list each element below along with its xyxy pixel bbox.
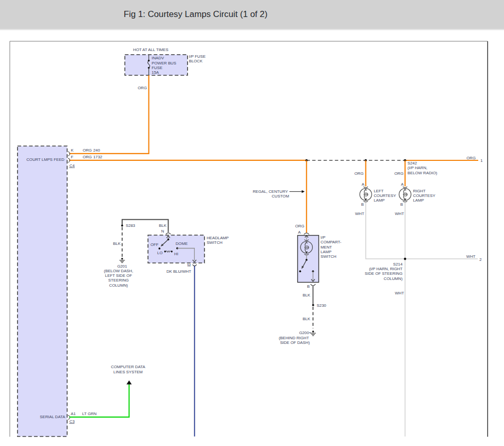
svg-text:(BELOW DASH,: (BELOW DASH,: [104, 269, 133, 273]
svg-text:SIDE OF STEERING: SIDE OF STEERING: [365, 271, 402, 276]
svg-text:S230: S230: [317, 303, 327, 308]
svg-text:SWITCH: SWITCH: [207, 240, 223, 245]
svg-text:COURT LMPS FEED: COURT LMPS FEED: [26, 157, 64, 162]
svg-text:N: N: [161, 229, 164, 234]
svg-text:ORG: ORG: [355, 171, 364, 176]
svg-text:STEERING: STEERING: [108, 278, 129, 283]
svg-text:LAMP: LAMP: [321, 250, 331, 254]
svg-text:HOT AT ALL TIMES: HOT AT ALL TIMES: [133, 47, 168, 52]
svg-text:SERIAL DATA: SERIAL DATA: [40, 415, 65, 419]
svg-text:COMPUTER DATA: COMPUTER DATA: [111, 365, 145, 369]
svg-text:RIGHT: RIGHT: [413, 189, 426, 193]
svg-text:OFF: OFF: [150, 242, 159, 247]
svg-text:K: K: [71, 148, 74, 153]
svg-text:15A: 15A: [152, 70, 159, 75]
svg-text:B: B: [361, 202, 364, 207]
svg-text:BLK: BLK: [303, 317, 311, 321]
svg-text:G200: G200: [299, 331, 309, 335]
svg-text:COLUMN): COLUMN): [109, 283, 128, 288]
svg-text:REGAL, CENTURY: REGAL, CENTURY: [253, 189, 288, 194]
svg-text:ORG: ORG: [295, 224, 305, 228]
svg-text:COMPART-: COMPART-: [321, 240, 342, 244]
svg-text:A: A: [362, 182, 365, 187]
svg-text:A: A: [298, 230, 301, 235]
svg-text:CUSTOM: CUSTOM: [272, 194, 289, 199]
svg-text:COURTESY: COURTESY: [413, 193, 436, 198]
svg-text:S283: S283: [126, 223, 135, 228]
svg-text:SWITCH: SWITCH: [321, 254, 337, 259]
svg-text:S242: S242: [408, 161, 417, 166]
svg-text:1732: 1732: [93, 155, 102, 159]
svg-text:WHT: WHT: [355, 211, 364, 216]
svg-text:F: F: [71, 155, 74, 159]
svg-text:BLK: BLK: [113, 241, 121, 246]
svg-text:(I/P HARN,: (I/P HARN,: [408, 166, 427, 170]
svg-text:COURTESY: COURTESY: [374, 193, 396, 198]
svg-text:WHT: WHT: [395, 211, 404, 216]
svg-text:240: 240: [93, 148, 100, 153]
svg-text:LEFT: LEFT: [374, 189, 383, 193]
svg-text:ORG: ORG: [82, 155, 92, 159]
svg-text:LO: LO: [157, 251, 162, 255]
svg-text:2: 2: [479, 257, 481, 262]
svg-text:LAMP: LAMP: [374, 198, 384, 203]
svg-text:HEADLAMP: HEADLAMP: [207, 236, 229, 240]
svg-text:BLOCK: BLOCK: [189, 59, 203, 63]
svg-text:DOME: DOME: [176, 241, 188, 246]
svg-text:ORG: ORG: [466, 156, 476, 160]
svg-text:WHT: WHT: [395, 291, 404, 295]
svg-text:LAMP: LAMP: [413, 198, 424, 203]
svg-text:A: A: [401, 182, 404, 187]
svg-text:WHT: WHT: [466, 254, 476, 259]
svg-text:POWER BUS: POWER BUS: [152, 61, 176, 65]
svg-text:(I/P HARN, RIGHT: (I/P HARN, RIGHT: [369, 267, 402, 271]
svg-text:B: B: [307, 284, 310, 289]
svg-text:I/P: I/P: [321, 235, 326, 240]
svg-text:SIDE OF DASH): SIDE OF DASH): [280, 340, 310, 345]
svg-text:BLK: BLK: [159, 223, 167, 228]
svg-text:S214: S214: [393, 262, 403, 267]
svg-text:(BEHIND RIGHT: (BEHIND RIGHT: [279, 336, 309, 340]
svg-text:I/P FUSE: I/P FUSE: [189, 54, 206, 59]
svg-text:LINES SYSTEM: LINES SYSTEM: [113, 370, 143, 374]
svg-text:COLUMN): COLUMN): [384, 276, 403, 281]
svg-text:1: 1: [480, 158, 482, 163]
svg-text:BLK: BLK: [303, 293, 311, 298]
svg-text:ORG: ORG: [394, 171, 404, 176]
svg-text:ORG: ORG: [138, 86, 147, 90]
svg-text:LT GRN: LT GRN: [82, 411, 97, 416]
svg-text:MENT: MENT: [321, 245, 332, 250]
svg-text:DK BLU/WHT: DK BLU/WHT: [166, 269, 191, 274]
svg-text:Fig 1: Courtesy Lamps Circuit: Fig 1: Courtesy Lamps Circuit (1 of 2): [124, 9, 267, 19]
svg-text:HI: HI: [174, 252, 178, 256]
svg-text:INADV: INADV: [152, 56, 164, 60]
svg-text:B: B: [400, 202, 403, 207]
svg-text:ORG: ORG: [82, 148, 92, 153]
svg-text:C3: C3: [70, 419, 75, 424]
svg-text:M: M: [188, 263, 191, 268]
svg-text:LEFT SIDE OF: LEFT SIDE OF: [105, 273, 132, 278]
svg-text:A1: A1: [71, 411, 76, 416]
svg-text:FUSE: FUSE: [152, 65, 162, 70]
svg-text:BELOW RADIO): BELOW RADIO): [408, 171, 438, 175]
svg-text:C4: C4: [70, 163, 75, 168]
svg-text:G201: G201: [117, 264, 127, 269]
